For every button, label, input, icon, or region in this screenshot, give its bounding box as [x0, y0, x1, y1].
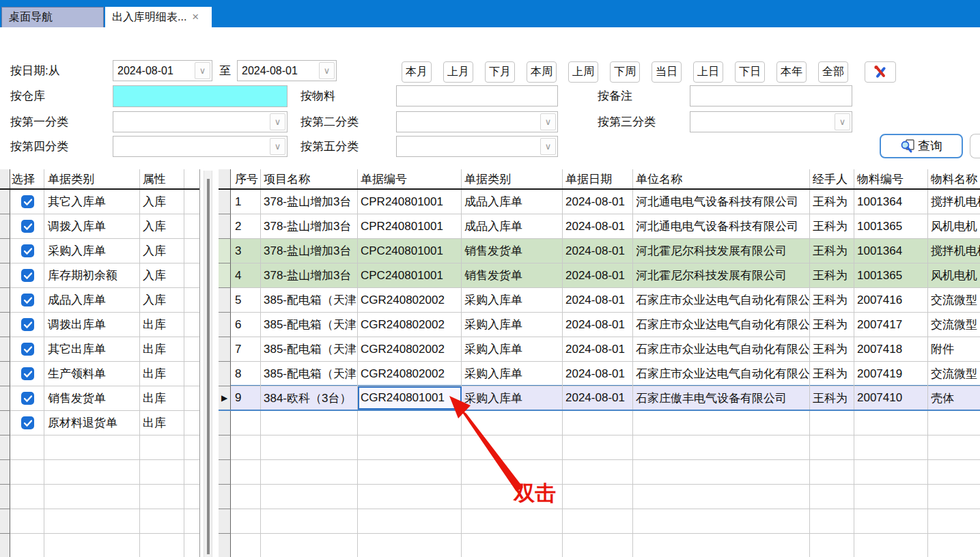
detail-row[interactable]: 3378-盐山增加3台CPC240801001销售发货单2024-08-01河北…: [219, 239, 980, 263]
chevron-down-icon[interactable]: ∨: [540, 113, 556, 130]
detail-row[interactable]: 2378-盐山增加3台CPR240801001成品入库单2024-08-01河北…: [219, 214, 980, 239]
doc-type-checkbox[interactable]: [21, 318, 34, 331]
cell-date[interactable]: 2024-08-01: [563, 263, 633, 288]
cell-material_no[interactable]: 2007418: [854, 337, 928, 362]
warehouse-input[interactable]: [113, 85, 288, 107]
cell-doc_no[interactable]: CPR240801001: [358, 214, 462, 239]
doc-type-checkbox[interactable]: [21, 416, 34, 429]
cell-seq[interactable]: 3: [231, 239, 261, 263]
cell-company[interactable]: 河北通电电气设备科技有限公司: [633, 190, 810, 214]
cell-handler[interactable]: 王科为: [810, 239, 854, 263]
cell-material_name[interactable]: 壳体: [928, 386, 980, 410]
cell-seq[interactable]: 8: [231, 362, 261, 386]
cell-material_name[interactable]: 附件: [928, 337, 980, 362]
cell-project[interactable]: 385-配电箱（天津: [261, 337, 358, 362]
cell-handler[interactable]: 王科为: [810, 362, 854, 386]
cell-handler[interactable]: 王科为: [810, 313, 854, 337]
cell-doc_no[interactable]: CPR240801001: [358, 190, 462, 214]
cell-company[interactable]: 石家庄市众业达电气自动化有限公司: [633, 362, 810, 386]
tools-button[interactable]: [865, 61, 896, 83]
chevron-down-icon[interactable]: ∨: [270, 113, 285, 130]
cell-company[interactable]: 石家庄傲丰电气设备有限公司: [633, 386, 810, 410]
category1-select[interactable]: ∨: [113, 111, 288, 132]
doc-type-checkbox[interactable]: [21, 392, 34, 405]
tab-inout-detail[interactable]: 出入库明细表... ×: [105, 7, 212, 27]
cell-material_no[interactable]: 1001364: [854, 190, 928, 214]
doc-type-checkbox[interactable]: [21, 294, 34, 306]
cell-handler[interactable]: 王科为: [810, 214, 854, 239]
cell-project[interactable]: 378-盐山增加3台: [261, 190, 358, 214]
quick-date-button-7[interactable]: 上日: [693, 61, 723, 83]
cell-seq[interactable]: 7: [231, 337, 261, 362]
chevron-down-icon[interactable]: ∨: [319, 62, 335, 79]
scrollbar-thumb[interactable]: [207, 179, 210, 554]
quick-date-button-8[interactable]: 下日: [735, 61, 765, 83]
cell-seq[interactable]: 1: [231, 190, 261, 214]
selected-doc-no-cell[interactable]: CGR240801001: [358, 386, 462, 410]
cell-doc_no[interactable]: CPC240801001: [358, 239, 462, 263]
cell-company[interactable]: 石家庄市众业达电气自动化有限公司: [633, 337, 810, 362]
cell-date[interactable]: 2024-08-01: [563, 337, 633, 362]
cell-seq[interactable]: 6: [231, 313, 261, 337]
cell-doc_no[interactable]: CGR240802002: [358, 337, 462, 362]
tab-desktop-nav[interactable]: 桌面导航: [1, 7, 104, 27]
cell-doc_type[interactable]: 采购入库单: [462, 313, 563, 337]
doc-type-checkbox[interactable]: [21, 220, 34, 233]
cell-company[interactable]: 河北霍尼尔科技发展有限公司: [633, 263, 810, 288]
cell-doc_type[interactable]: 销售发货单: [462, 239, 563, 263]
doc-type-checkbox[interactable]: [21, 367, 34, 380]
cell-doc_type[interactable]: 采购入库单: [462, 337, 563, 362]
vertical-scrollbar[interactable]: [204, 171, 212, 557]
cell-project[interactable]: 378-盐山增加3台: [261, 263, 358, 288]
cell-date[interactable]: 2024-08-01: [563, 214, 633, 239]
cell-material_name[interactable]: 风机电机: [928, 263, 980, 288]
cell-doc_type[interactable]: 采购入库单: [462, 386, 563, 410]
doc-type-checkbox[interactable]: [21, 244, 34, 257]
cell-material_name[interactable]: 风机电机: [928, 214, 980, 239]
category5-select[interactable]: ∨: [396, 136, 558, 157]
cell-seq[interactable]: 2: [231, 214, 261, 239]
cell-company[interactable]: 河北霍尼尔科技发展有限公司: [633, 239, 810, 263]
cell-material_no[interactable]: 2007410: [854, 386, 928, 410]
cell-material_name[interactable]: 交流微型: [928, 288, 980, 313]
cell-material_name[interactable]: 交流微型: [928, 313, 980, 337]
cell-doc_no[interactable]: CGR240802002: [358, 313, 462, 337]
cell-date[interactable]: 2024-08-01: [563, 239, 633, 263]
quick-date-button-9[interactable]: 本年: [776, 61, 807, 83]
detail-row[interactable]: 5385-配电箱（天津CGR240802002采购入库单2024-08-01石家…: [219, 288, 980, 313]
cell-doc_type[interactable]: 成品入库单: [462, 190, 563, 214]
cell-doc_no[interactable]: CGR240802002: [358, 362, 462, 386]
detail-row[interactable]: ▶9384-欧科（3台）CGR240801001采购入库单2024-08-01石…: [219, 385, 980, 411]
cell-project[interactable]: 385-配电箱（天津: [261, 362, 358, 386]
cell-doc_no[interactable]: CGR240802002: [358, 288, 462, 313]
cell-material_no[interactable]: 1001364: [854, 239, 928, 263]
cell-date[interactable]: 2024-08-01: [563, 386, 633, 410]
chevron-down-icon[interactable]: ∨: [270, 138, 285, 155]
cell-company[interactable]: 河北通电电气设备科技有限公司: [633, 214, 810, 239]
date-to-picker[interactable]: 2024-08-01 ∨: [237, 60, 337, 81]
cell-handler[interactable]: 王科为: [810, 386, 854, 410]
quick-date-button-10[interactable]: 全部: [818, 61, 848, 83]
category2-select[interactable]: ∨: [396, 111, 558, 132]
cell-doc_type[interactable]: 采购入库单: [462, 362, 563, 386]
cell-project[interactable]: 385-配电箱（天津: [261, 288, 358, 313]
category3-select[interactable]: ∨: [690, 111, 852, 132]
date-from-picker[interactable]: 2024-08-01 ∨: [113, 60, 212, 81]
cell-material_name[interactable]: 交流微型: [928, 362, 980, 386]
cell-material_no[interactable]: 2007419: [854, 362, 928, 386]
cell-project[interactable]: 378-盐山增加3台: [261, 239, 358, 263]
chevron-down-icon[interactable]: ∨: [835, 113, 850, 130]
detail-row[interactable]: 8385-配电箱（天津CGR240802002采购入库单2024-08-01石家…: [219, 362, 980, 386]
quick-date-button-1[interactable]: 上月: [443, 61, 473, 83]
cell-seq[interactable]: 9: [231, 386, 261, 410]
cell-seq[interactable]: 5: [231, 288, 261, 313]
cell-doc_no[interactable]: CPC240801001: [358, 263, 462, 288]
cell-company[interactable]: 石家庄市众业达电气自动化有限公司: [633, 313, 810, 337]
cell-project[interactable]: 378-盐山增加3台: [261, 214, 358, 239]
detail-row[interactable]: 4378-盐山增加3台CPC240801001销售发货单2024-08-01河北…: [219, 263, 980, 288]
cell-material_no[interactable]: 2007416: [854, 288, 928, 313]
partial-button-edge[interactable]: [970, 134, 980, 158]
quick-date-button-3[interactable]: 本周: [527, 61, 557, 83]
quick-date-button-5[interactable]: 下周: [610, 61, 640, 83]
cell-doc_type[interactable]: 销售发货单: [462, 263, 563, 288]
